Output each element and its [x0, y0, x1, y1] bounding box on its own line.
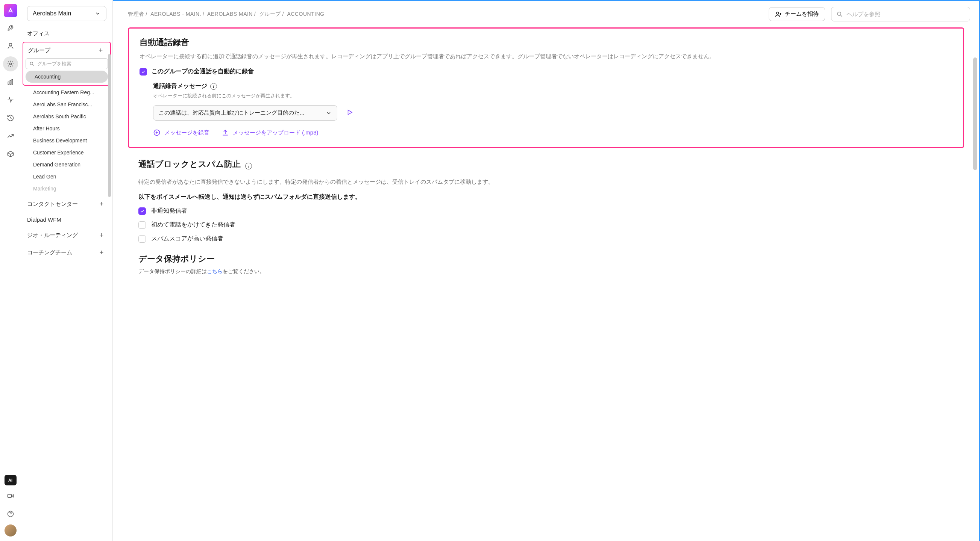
auto-recording-title: 自動通話録音 [140, 37, 953, 48]
add-geo-routing-button[interactable]: + [97, 230, 107, 240]
spam-item-label: 非通知発信者 [151, 207, 187, 215]
play-button[interactable] [346, 109, 353, 117]
policy-desc: データ保持ポリシーの詳細はこちらをご覧ください。 [138, 268, 954, 275]
sidebar-item[interactable]: Marketing [21, 182, 113, 195]
user-plus-icon [775, 11, 782, 17]
icon-rail: Ai [0, 0, 21, 541]
org-name: Aerolabs Main [33, 10, 71, 17]
data-policy-section: データ保持ポリシー データ保持ポリシーの詳細はこちらをご覧ください。 [128, 253, 964, 275]
sidebar: Aerolabs Main オフィス グループ + Accounting Acc… [21, 0, 113, 541]
spam-firsttime-checkbox[interactable] [138, 221, 146, 229]
sidebar-scrollbar[interactable] [108, 54, 111, 197]
ai-badge[interactable]: Ai [5, 475, 16, 485]
invite-team-button[interactable]: チームを招待 [768, 7, 825, 21]
trend-icon[interactable] [3, 129, 18, 143]
breadcrumb-part[interactable]: 管理者 [128, 11, 145, 17]
auto-recording-section: 自動通話録音 オペレーターに接続する前に追加で通話録音のメッセージが再生されます… [128, 27, 964, 148]
sidebar-item[interactable]: Business Development [21, 135, 113, 146]
auto-record-label: このグループの全通話を自動的に録音 [151, 68, 254, 76]
spam-item-label: 初めて電話をかけてきた発信者 [151, 221, 235, 229]
record-message-label: メッセージを録音 [164, 129, 210, 136]
add-contact-center-button[interactable]: + [97, 199, 107, 209]
chevron-down-icon [326, 110, 332, 116]
history-icon[interactable] [3, 111, 18, 125]
spam-block-section: 通話ブロックとスパム防止 i 特定の発信者があなたに直接発信できないようにします… [128, 159, 964, 243]
sidebar-item[interactable]: After Hours [21, 122, 113, 135]
sidebar-item[interactable]: Aerolabs South Pacific [21, 111, 113, 122]
help-search-input[interactable] [831, 7, 970, 21]
gear-icon[interactable] [3, 56, 18, 71]
chevron-down-icon [95, 11, 101, 16]
nav-geo-routing[interactable]: ジオ・ルーティング [27, 232, 78, 239]
chart-icon[interactable] [3, 75, 18, 89]
recording-message-select[interactable]: この通話は、対応品質向上並びにトレーニング目的のた... [153, 105, 337, 121]
svg-point-0 [11, 26, 12, 27]
auto-record-checkbox[interactable] [140, 68, 147, 76]
svg-rect-4 [10, 81, 11, 84]
main-panel: 管理者/ AEROLABS - MAIN./ AEROLABS MAIN/ グル… [113, 0, 980, 541]
info-icon[interactable]: i [245, 163, 252, 170]
upload-icon [221, 129, 229, 136]
spam-title: 通話ブロックとスパム防止 [138, 159, 241, 170]
svg-rect-3 [8, 82, 9, 84]
sidebar-item[interactable]: Customer Experience [21, 146, 113, 159]
breadcrumb-part[interactable]: AEROLABS MAIN [207, 11, 253, 17]
video-icon[interactable] [3, 489, 18, 503]
sidebar-item[interactable]: Accounting Eastern Reg... [21, 86, 113, 98]
breadcrumb: 管理者/ AEROLABS - MAIN./ AEROLABS MAIN/ グル… [128, 11, 763, 17]
person-icon[interactable] [3, 38, 18, 53]
spam-note: 以下をボイスメールへ転送し、通知は送らずにスパムフォルダに直接送信します。 [138, 193, 954, 201]
breadcrumb-part[interactable]: AEROLABS - MAIN. [150, 11, 201, 17]
nav-office[interactable]: オフィス [21, 25, 113, 40]
check-icon [140, 209, 145, 213]
nav-wfm[interactable]: Dialpad WFM [21, 212, 113, 226]
invite-label: チームを招待 [785, 11, 819, 17]
nav-contact-center[interactable]: コンタクトセンター [27, 201, 78, 208]
record-message-button[interactable]: メッセージを録音 [153, 129, 210, 136]
search-icon [836, 11, 843, 17]
policy-link[interactable]: こちら [207, 268, 223, 274]
group-search-input[interactable] [25, 58, 108, 69]
app-logo[interactable] [4, 4, 17, 17]
select-value: この通話は、対応品質向上並びにトレーニング目的のた... [159, 109, 305, 116]
sidebar-item-accounting[interactable]: Accounting [25, 71, 108, 82]
org-selector[interactable]: Aerolabs Main [27, 6, 107, 21]
svg-rect-5 [12, 79, 13, 84]
policy-title: データ保持ポリシー [138, 253, 954, 265]
svg-point-10 [837, 12, 841, 16]
svg-rect-6 [8, 494, 11, 497]
auto-recording-desc: オペレーターに接続する前に追加で通話録音のメッセージが再生されます。レコーディン… [140, 52, 953, 61]
plus-circle-icon [153, 129, 161, 136]
check-icon [141, 70, 146, 74]
upload-message-label: メッセージをアップロード (.mp3) [233, 129, 318, 136]
topbar: 管理者/ AEROLABS - MAIN./ AEROLABS MAIN/ グル… [113, 1, 979, 27]
avatar[interactable] [5, 525, 16, 536]
spam-anonymous-checkbox[interactable] [138, 207, 146, 215]
sidebar-item[interactable]: Lead Gen [21, 171, 113, 182]
svg-point-1 [9, 43, 12, 46]
spam-item-label: スパムスコアが高い発信者 [151, 235, 223, 243]
rocket-icon[interactable] [3, 20, 18, 35]
recording-message-header: 通話録音メッセージ [153, 82, 207, 90]
breadcrumb-part: ACCOUNTING [287, 11, 325, 17]
help-icon[interactable] [3, 506, 18, 522]
spam-desc: 特定の発信者があなたに直接発信できないようにします。特定の発信者からの着信とメッ… [138, 177, 954, 186]
info-icon[interactable]: i [210, 83, 217, 90]
content-scrollbar[interactable] [973, 57, 977, 170]
groups-label: グループ [28, 47, 50, 54]
box-icon[interactable] [3, 146, 18, 162]
search-icon [29, 61, 35, 67]
spam-highscore-checkbox[interactable] [138, 235, 146, 243]
activity-icon[interactable] [3, 92, 18, 108]
sidebar-item[interactable]: Demand Generation [21, 159, 113, 171]
svg-point-8 [30, 62, 33, 65]
nav-coaching[interactable]: コーチングチーム [27, 249, 72, 256]
add-group-button[interactable]: + [96, 46, 106, 55]
upload-message-button[interactable]: メッセージをアップロード (.mp3) [221, 129, 318, 136]
groups-highlight-box: グループ + Accounting [22, 42, 111, 86]
add-coaching-button[interactable]: + [97, 247, 107, 257]
sidebar-item[interactable]: AeroLabs San Francisc... [21, 98, 113, 111]
svg-point-9 [776, 12, 779, 14]
svg-point-2 [10, 63, 11, 65]
breadcrumb-part[interactable]: グループ [259, 11, 281, 17]
